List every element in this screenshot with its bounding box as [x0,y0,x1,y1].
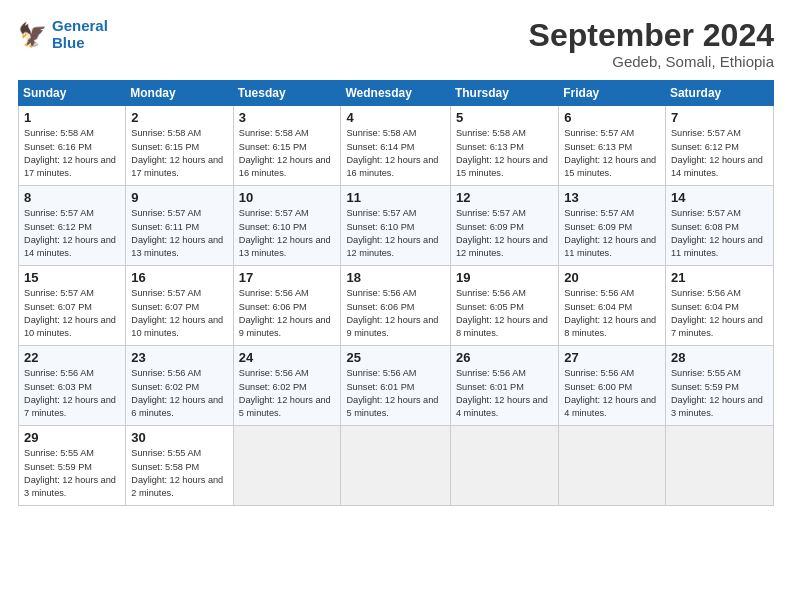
day-number: 13 [564,190,661,205]
day-number: 22 [24,350,121,365]
calendar-week-row: 29 Sunrise: 5:55 AMSunset: 5:59 PMDaylig… [19,426,774,506]
table-row: 6 Sunrise: 5:57 AMSunset: 6:13 PMDayligh… [559,106,666,186]
month-title: September 2024 [529,18,774,53]
day-info: Sunrise: 5:57 AMSunset: 6:09 PMDaylight:… [456,207,554,260]
day-info: Sunrise: 5:57 AMSunset: 6:13 PMDaylight:… [564,127,661,180]
table-row: 11 Sunrise: 5:57 AMSunset: 6:10 PMDaylig… [341,186,450,266]
table-row: 18 Sunrise: 5:56 AMSunset: 6:06 PMDaylig… [341,266,450,346]
calendar-table: Sunday Monday Tuesday Wednesday Thursday… [18,80,774,506]
day-info: Sunrise: 5:56 AMSunset: 6:02 PMDaylight:… [131,367,228,420]
day-info: Sunrise: 5:58 AMSunset: 6:15 PMDaylight:… [239,127,337,180]
logo: 🦅 General Blue [18,18,108,51]
table-row: 9 Sunrise: 5:57 AMSunset: 6:11 PMDayligh… [126,186,233,266]
day-number: 15 [24,270,121,285]
table-row: 15 Sunrise: 5:57 AMSunset: 6:07 PMDaylig… [19,266,126,346]
col-wednesday: Wednesday [341,81,450,106]
logo-line2: Blue [52,34,85,51]
day-number: 23 [131,350,228,365]
day-number: 2 [131,110,228,125]
day-info: Sunrise: 5:57 AMSunset: 6:11 PMDaylight:… [131,207,228,260]
table-row: 4 Sunrise: 5:58 AMSunset: 6:14 PMDayligh… [341,106,450,186]
day-info: Sunrise: 5:55 AMSunset: 5:59 PMDaylight:… [671,367,769,420]
table-row: 12 Sunrise: 5:57 AMSunset: 6:09 PMDaylig… [450,186,558,266]
table-row: 25 Sunrise: 5:56 AMSunset: 6:01 PMDaylig… [341,346,450,426]
table-row: 21 Sunrise: 5:56 AMSunset: 6:04 PMDaylig… [665,266,773,346]
day-info: Sunrise: 5:56 AMSunset: 6:01 PMDaylight:… [346,367,445,420]
day-info: Sunrise: 5:56 AMSunset: 6:06 PMDaylight:… [239,287,337,340]
day-number: 20 [564,270,661,285]
day-info: Sunrise: 5:55 AMSunset: 5:59 PMDaylight:… [24,447,121,500]
day-number: 3 [239,110,337,125]
logo-icon: 🦅 [18,20,48,50]
table-row: 20 Sunrise: 5:56 AMSunset: 6:04 PMDaylig… [559,266,666,346]
table-row: 23 Sunrise: 5:56 AMSunset: 6:02 PMDaylig… [126,346,233,426]
svg-text:🦅: 🦅 [18,21,48,49]
col-thursday: Thursday [450,81,558,106]
col-sunday: Sunday [19,81,126,106]
table-row: 1 Sunrise: 5:58 AMSunset: 6:16 PMDayligh… [19,106,126,186]
logo-text: General Blue [52,18,108,51]
day-number: 25 [346,350,445,365]
table-row: 5 Sunrise: 5:58 AMSunset: 6:13 PMDayligh… [450,106,558,186]
subtitle: Gedeb, Somali, Ethiopia [529,53,774,70]
day-info: Sunrise: 5:56 AMSunset: 6:01 PMDaylight:… [456,367,554,420]
table-row: 3 Sunrise: 5:58 AMSunset: 6:15 PMDayligh… [233,106,341,186]
table-row: 14 Sunrise: 5:57 AMSunset: 6:08 PMDaylig… [665,186,773,266]
table-row: 2 Sunrise: 5:58 AMSunset: 6:15 PMDayligh… [126,106,233,186]
day-info: Sunrise: 5:58 AMSunset: 6:16 PMDaylight:… [24,127,121,180]
table-row: 29 Sunrise: 5:55 AMSunset: 5:59 PMDaylig… [19,426,126,506]
day-info: Sunrise: 5:57 AMSunset: 6:10 PMDaylight:… [346,207,445,260]
day-info: Sunrise: 5:57 AMSunset: 6:07 PMDaylight:… [131,287,228,340]
day-info: Sunrise: 5:58 AMSunset: 6:15 PMDaylight:… [131,127,228,180]
table-row: 17 Sunrise: 5:56 AMSunset: 6:06 PMDaylig… [233,266,341,346]
day-info: Sunrise: 5:56 AMSunset: 6:06 PMDaylight:… [346,287,445,340]
day-info: Sunrise: 5:57 AMSunset: 6:12 PMDaylight:… [671,127,769,180]
day-number: 8 [24,190,121,205]
col-friday: Friday [559,81,666,106]
day-info: Sunrise: 5:56 AMSunset: 6:04 PMDaylight:… [671,287,769,340]
day-info: Sunrise: 5:57 AMSunset: 6:08 PMDaylight:… [671,207,769,260]
page: 🦅 General Blue September 2024 Gedeb, Som… [0,0,792,612]
table-row [233,426,341,506]
table-row: 8 Sunrise: 5:57 AMSunset: 6:12 PMDayligh… [19,186,126,266]
day-info: Sunrise: 5:57 AMSunset: 6:10 PMDaylight:… [239,207,337,260]
table-row [665,426,773,506]
calendar-week-row: 1 Sunrise: 5:58 AMSunset: 6:16 PMDayligh… [19,106,774,186]
day-info: Sunrise: 5:56 AMSunset: 6:04 PMDaylight:… [564,287,661,340]
day-number: 14 [671,190,769,205]
calendar-week-row: 22 Sunrise: 5:56 AMSunset: 6:03 PMDaylig… [19,346,774,426]
day-info: Sunrise: 5:55 AMSunset: 5:58 PMDaylight:… [131,447,228,500]
day-number: 1 [24,110,121,125]
day-info: Sunrise: 5:57 AMSunset: 6:09 PMDaylight:… [564,207,661,260]
title-area: September 2024 Gedeb, Somali, Ethiopia [529,18,774,70]
day-info: Sunrise: 5:58 AMSunset: 6:13 PMDaylight:… [456,127,554,180]
table-row [450,426,558,506]
day-number: 19 [456,270,554,285]
day-info: Sunrise: 5:57 AMSunset: 6:12 PMDaylight:… [24,207,121,260]
day-number: 11 [346,190,445,205]
day-number: 6 [564,110,661,125]
calendar-week-row: 8 Sunrise: 5:57 AMSunset: 6:12 PMDayligh… [19,186,774,266]
day-number: 7 [671,110,769,125]
day-number: 9 [131,190,228,205]
day-info: Sunrise: 5:58 AMSunset: 6:14 PMDaylight:… [346,127,445,180]
day-number: 26 [456,350,554,365]
table-row [559,426,666,506]
day-number: 27 [564,350,661,365]
table-row: 16 Sunrise: 5:57 AMSunset: 6:07 PMDaylig… [126,266,233,346]
table-row: 13 Sunrise: 5:57 AMSunset: 6:09 PMDaylig… [559,186,666,266]
table-row: 19 Sunrise: 5:56 AMSunset: 6:05 PMDaylig… [450,266,558,346]
day-number: 30 [131,430,228,445]
day-number: 16 [131,270,228,285]
table-row: 28 Sunrise: 5:55 AMSunset: 5:59 PMDaylig… [665,346,773,426]
day-number: 24 [239,350,337,365]
day-number: 28 [671,350,769,365]
header-area: 🦅 General Blue September 2024 Gedeb, Som… [18,18,774,70]
table-row [341,426,450,506]
col-saturday: Saturday [665,81,773,106]
day-info: Sunrise: 5:56 AMSunset: 6:02 PMDaylight:… [239,367,337,420]
calendar-week-row: 15 Sunrise: 5:57 AMSunset: 6:07 PMDaylig… [19,266,774,346]
table-row: 24 Sunrise: 5:56 AMSunset: 6:02 PMDaylig… [233,346,341,426]
day-info: Sunrise: 5:56 AMSunset: 6:00 PMDaylight:… [564,367,661,420]
day-info: Sunrise: 5:56 AMSunset: 6:03 PMDaylight:… [24,367,121,420]
